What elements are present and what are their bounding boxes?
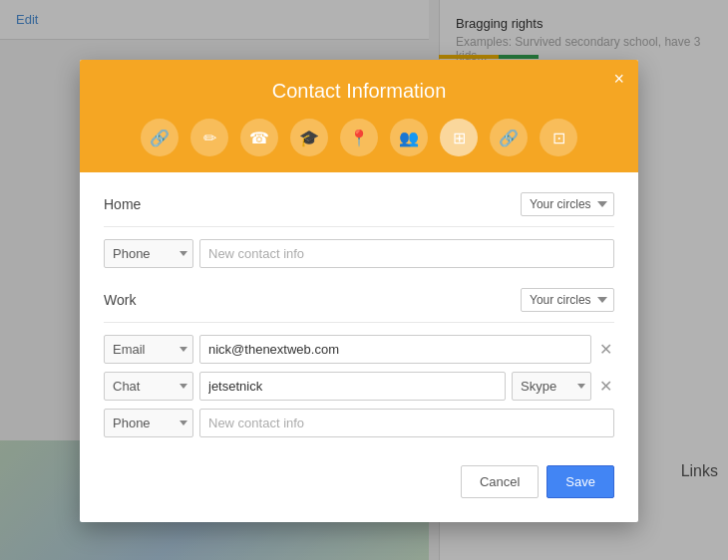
home-phone-row: Phone Mobile Fax Other (104, 239, 614, 268)
modal-title: Contact Information (100, 80, 618, 103)
modal-body: Home Your circles Public Only you Custom… (80, 172, 638, 522)
cap-icon[interactable]: 🎓 (290, 119, 328, 156)
work-chat-clear-button[interactable]: ✕ (597, 377, 614, 397)
work-divider (104, 322, 614, 323)
work-section-title: Work (104, 292, 136, 308)
work-chat-type-select[interactable]: Chat Other (104, 372, 193, 401)
home-section: Home Your circles Public Only you Custom… (104, 192, 614, 268)
work-visibility-select[interactable]: Your circles Public Only you Custom (521, 288, 614, 312)
location-icon[interactable]: 📍 (340, 119, 378, 156)
work-chat-input[interactable] (199, 372, 506, 401)
contact-info-modal: Contact Information × 🔗✏☎🎓📍👥⊞🔗⊡ Home You… (80, 60, 638, 522)
work-section: Work Your circles Public Only you Custom… (104, 288, 614, 437)
grid-icon[interactable]: ⊞ (440, 119, 478, 156)
work-phone-row: Phone Mobile Fax Other (104, 409, 614, 437)
people-icon[interactable]: 👥 (390, 119, 428, 156)
home-phone-type-select[interactable]: Phone Mobile Fax Other (104, 239, 193, 268)
home-section-title: Home (104, 196, 141, 212)
home-divider (104, 226, 614, 227)
phone-icon[interactable]: ☎ (240, 119, 278, 156)
frame-icon[interactable]: ⊡ (540, 119, 577, 156)
cancel-button[interactable]: Cancel (461, 465, 539, 498)
save-button[interactable]: Save (546, 465, 614, 498)
work-phone-input[interactable] (199, 409, 614, 437)
home-visibility-select[interactable]: Your circles Public Only you Custom (521, 192, 614, 216)
work-chat-provider-select[interactable]: Skype Google Talk AIM Yahoo ICQ Jabber M… (512, 372, 591, 401)
chain-icon[interactable]: 🔗 (490, 119, 528, 156)
work-chat-row: Chat Other Skype Google Talk AIM Yahoo I… (104, 372, 614, 401)
work-email-row: Email Other ✕ (104, 335, 614, 364)
modal-footer: Cancel Save (104, 457, 614, 498)
modal-header: Contact Information × 🔗✏☎🎓📍👥⊞🔗⊡ (80, 60, 638, 172)
work-email-type-select[interactable]: Email Other (104, 335, 193, 364)
link-icon[interactable]: 🔗 (141, 119, 179, 156)
home-phone-input[interactable] (199, 239, 614, 268)
work-email-clear-button[interactable]: ✕ (597, 340, 614, 360)
work-email-input[interactable] (199, 335, 591, 364)
icon-bar: 🔗✏☎🎓📍👥⊞🔗⊡ (100, 119, 618, 172)
home-section-header: Home Your circles Public Only you Custom (104, 192, 614, 216)
work-phone-type-select[interactable]: Phone Mobile Fax Other (104, 409, 193, 437)
edit-icon[interactable]: ✏ (190, 119, 228, 156)
close-button[interactable]: × (613, 70, 624, 88)
work-section-header: Work Your circles Public Only you Custom (104, 288, 614, 312)
